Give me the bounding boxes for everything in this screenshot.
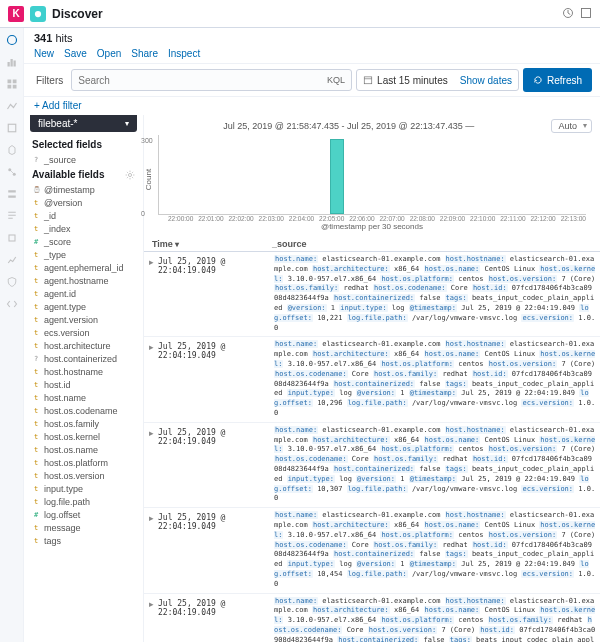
field-item[interactable]: host.os.platform (24, 456, 143, 469)
field-item[interactable]: host.os.version (24, 469, 143, 482)
refresh-button[interactable]: Refresh (523, 68, 592, 92)
time-label: Last 15 minutes (377, 75, 448, 86)
nav-siem-icon[interactable] (6, 276, 18, 288)
interval-select[interactable]: Auto (551, 119, 592, 133)
nav-timelion-icon[interactable] (6, 100, 18, 112)
field-item[interactable]: log.offset (24, 508, 143, 521)
field-item[interactable]: host.hostname (24, 365, 143, 378)
field-name: host.hostname (44, 367, 103, 377)
field-item[interactable]: host.architecture (24, 339, 143, 352)
nav-dashboard-icon[interactable] (6, 78, 18, 90)
field-item[interactable]: _id (24, 209, 143, 222)
expand-toggle[interactable]: ▸ (144, 597, 158, 643)
nav-discover-icon[interactable] (6, 34, 18, 46)
field-item[interactable]: host.name (24, 391, 143, 404)
time-picker[interactable]: Last 15 minutes Show dates (356, 69, 519, 91)
field-item[interactable]: log.file.path (24, 495, 143, 508)
nav-infra-icon[interactable] (6, 188, 18, 200)
field-item[interactable]: @version (24, 196, 143, 209)
search-input[interactable] (78, 75, 327, 86)
svg-point-18 (128, 173, 131, 176)
doc-source: host.name: elasticsearch-01.example.com … (274, 426, 596, 504)
share-button[interactable]: Share (131, 48, 158, 59)
field-name: _id (44, 211, 56, 221)
field-item[interactable]: host.os.name (24, 443, 143, 456)
nav-apm-icon[interactable] (6, 232, 18, 244)
field-item[interactable]: host.id (24, 378, 143, 391)
nav-visualize-icon[interactable] (6, 56, 18, 68)
field-name: host.architecture (44, 341, 111, 351)
field-item[interactable]: _index (24, 222, 143, 235)
field-item[interactable]: input.type (24, 482, 143, 495)
show-dates-link[interactable]: Show dates (452, 75, 512, 86)
field-item[interactable]: host.os.codename (24, 404, 143, 417)
field-item[interactable]: host.containerized (24, 352, 143, 365)
side-nav (0, 28, 24, 642)
field-item[interactable]: message (24, 521, 143, 534)
field-type-icon (32, 251, 40, 259)
kql-toggle[interactable]: KQL (327, 75, 345, 85)
svg-rect-16 (9, 235, 15, 241)
field-item[interactable]: _source (24, 153, 143, 166)
expand-toggle[interactable]: ▸ (144, 426, 158, 504)
field-name: host.id (44, 380, 71, 390)
kibana-logo-icon[interactable]: K (8, 6, 24, 22)
index-pattern-selector[interactable]: filebeat-* ▾ (30, 115, 137, 132)
field-item[interactable]: host.os.kernel (24, 430, 143, 443)
field-item[interactable]: agent.hostname (24, 274, 143, 287)
svg-rect-4 (7, 62, 9, 67)
expand-toggle[interactable]: ▸ (144, 340, 158, 418)
source-column-header[interactable]: _source (272, 239, 592, 249)
field-item[interactable]: _type (24, 248, 143, 261)
add-filter-link[interactable]: + Add filter (34, 100, 82, 111)
new-button[interactable]: New (34, 48, 54, 59)
field-name: host.os.name (44, 445, 98, 455)
field-type-icon (32, 329, 40, 337)
fullscreen-icon[interactable] (580, 7, 592, 21)
field-item[interactable]: host.os.family (24, 417, 143, 430)
field-item[interactable]: agent.id (24, 287, 143, 300)
xtick-label: 22:09:00 (440, 215, 465, 222)
field-item[interactable]: @timestamp (24, 183, 143, 196)
field-name: message (44, 523, 81, 533)
field-type-icon (32, 498, 40, 506)
save-button[interactable]: Save (64, 48, 87, 59)
doc-time: Jul 25, 2019 @ 22:04:19.049 (158, 255, 274, 333)
calendar-icon (363, 75, 373, 85)
histogram-chart[interactable]: 300 0 (158, 135, 586, 215)
nav-maps-icon[interactable] (6, 144, 18, 156)
expand-toggle[interactable]: ▸ (144, 511, 158, 589)
field-item[interactable]: agent.ephemeral_id (24, 261, 143, 274)
field-name: agent.hostname (44, 276, 109, 286)
field-item[interactable]: _score (24, 235, 143, 248)
nav-devtools-icon[interactable] (6, 298, 18, 310)
nav-logs-icon[interactable] (6, 210, 18, 222)
nav-uptime-icon[interactable] (6, 254, 18, 266)
histogram-bar[interactable] (330, 139, 344, 214)
doc-row: ▸Jul 25, 2019 @ 22:04:19.049host.name: e… (144, 252, 600, 337)
field-name: host.name (44, 393, 86, 403)
field-name: host.containerized (44, 354, 117, 364)
doc-time: Jul 25, 2019 @ 22:04:19.049 (158, 340, 274, 418)
field-item[interactable]: tags (24, 534, 143, 547)
discover-app-icon (30, 6, 46, 22)
gear-icon[interactable] (125, 170, 135, 180)
field-type-icon (32, 381, 40, 389)
doc-row: ▸Jul 25, 2019 @ 22:04:19.049host.name: e… (144, 423, 600, 508)
field-item[interactable]: ecs.version (24, 326, 143, 339)
open-button[interactable]: Open (97, 48, 121, 59)
expand-toggle[interactable]: ▸ (144, 255, 158, 333)
recent-icon[interactable] (562, 7, 574, 21)
field-item[interactable]: agent.version (24, 313, 143, 326)
time-column-header[interactable]: Time ▾ (152, 239, 272, 249)
xtick-label: 22:10:00 (470, 215, 495, 222)
field-item[interactable]: agent.type (24, 300, 143, 313)
search-box[interactable]: KQL (71, 69, 352, 91)
nav-ml-icon[interactable] (6, 166, 18, 178)
xtick-label: 22:08:00 (410, 215, 435, 222)
field-type-icon (32, 277, 40, 285)
field-name: host.os.family (44, 419, 99, 429)
doc-time: Jul 25, 2019 @ 22:04:19.049 (158, 597, 274, 643)
nav-canvas-icon[interactable] (6, 122, 18, 134)
inspect-button[interactable]: Inspect (168, 48, 200, 59)
